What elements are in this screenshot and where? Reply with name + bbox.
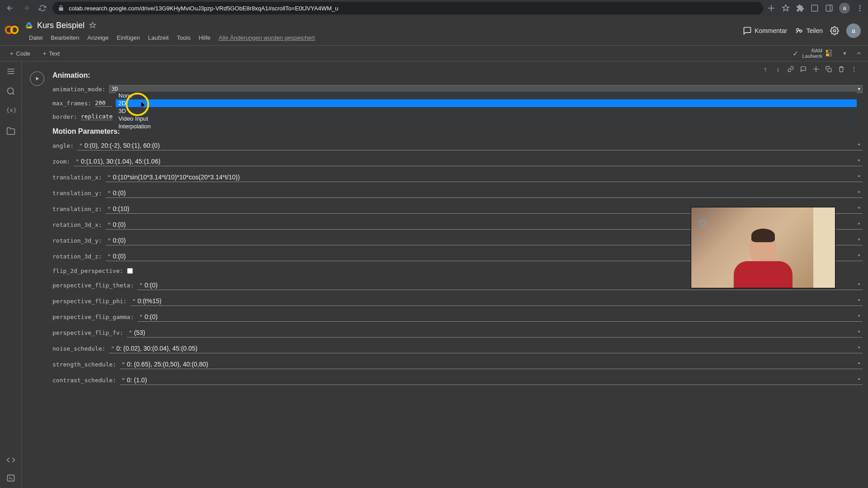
drive-icon — [25, 22, 33, 29]
collapse-icon[interactable] — [855, 50, 863, 57]
svg-point-10 — [834, 30, 836, 32]
terminal-icon[interactable] — [6, 474, 15, 483]
add-text-button[interactable]: +Text — [38, 48, 64, 59]
add-code-button[interactable]: +Code — [5, 48, 35, 59]
translate-icon[interactable] — [767, 4, 776, 13]
label-perspective-flip-phi: perspective_flip_phi: — [52, 298, 127, 305]
profile-avatar[interactable]: a — [839, 3, 850, 14]
link-icon[interactable] — [785, 63, 797, 75]
move-down-icon[interactable]: ↓ — [772, 63, 784, 75]
mirror-cell-icon[interactable] — [823, 63, 835, 75]
sidepanel-icon[interactable] — [825, 4, 834, 13]
svg-rect-1 — [826, 5, 832, 11]
code-snippets-icon[interactable] — [6, 455, 15, 465]
input-translation-y[interactable] — [113, 188, 855, 197]
menu-bearbeiten[interactable]: Bearbeiten — [47, 33, 83, 42]
input-contrast-schedule[interactable] — [127, 375, 855, 385]
document-title[interactable]: Kurs Beispiel — [37, 21, 85, 30]
delete-cell-icon[interactable] — [835, 63, 847, 75]
label-contrast-schedule: contrast_schedule: — [52, 377, 116, 384]
move-up-icon[interactable]: ↑ — [760, 63, 771, 75]
run-cell-button[interactable] — [30, 71, 44, 86]
save-status[interactable]: Alle Änderungen wurden gespeichert — [218, 34, 315, 41]
svg-point-4 — [859, 8, 861, 9]
svg-line-19 — [12, 93, 14, 95]
input-perspective-flip-fv[interactable] — [134, 328, 855, 337]
animation-mode-dropdown[interactable]: None 2D 3D Video Input Interpolation — [116, 92, 857, 130]
dropdown-option-3d[interactable]: 3D — [116, 107, 857, 115]
settings-icon[interactable] — [830, 26, 839, 35]
input-strength-schedule[interactable] — [127, 360, 855, 369]
input-perspective-flip-gamma[interactable] — [145, 312, 855, 321]
lock-icon — [58, 5, 64, 11]
dropdown-option-none[interactable]: None — [116, 92, 857, 99]
toc-icon[interactable] — [6, 67, 15, 76]
files-icon[interactable] — [6, 127, 15, 136]
webcam-overlay — [691, 207, 835, 288]
label-perspective-flip-theta: perspective_flip_theta: — [52, 282, 134, 289]
notebook-toolbar: +Code +Text ✓ RAM Laufwerk ▼ — [0, 45, 868, 61]
section-animation-title: Animation: — [52, 71, 863, 80]
user-avatar[interactable]: a — [846, 23, 861, 38]
star-document-icon[interactable] — [89, 22, 96, 29]
star-icon[interactable] — [781, 4, 790, 13]
label-animation-mode: animation_mode: — [52, 86, 105, 93]
input-angle[interactable] — [85, 141, 855, 150]
input-translation-x[interactable] — [113, 173, 855, 182]
dropdown-option-interpolation[interactable]: Interpolation — [116, 122, 857, 130]
browser-extensions: a — [767, 3, 864, 14]
left-sidebar: {x} — [0, 61, 22, 488]
menu-einfuegen[interactable]: Einfügen — [113, 33, 143, 42]
label-rotation-3d-x: rotation_3d_x: — [52, 221, 102, 228]
share-button[interactable]: Teilen — [794, 26, 823, 35]
url-text: colab.research.google.com/drive/13G9KHyM… — [69, 5, 758, 12]
label-translation-y: translation_y: — [52, 190, 102, 197]
connection-dropdown-icon[interactable]: ▼ — [842, 51, 847, 56]
forward-button[interactable] — [20, 2, 33, 14]
svg-rect-14 — [826, 54, 829, 56]
svg-rect-23 — [828, 68, 831, 72]
label-rotation-3d-z: rotation_3d_z: — [52, 253, 102, 260]
svg-rect-0 — [811, 5, 818, 11]
menu-hilfe[interactable]: Hilfe — [195, 33, 214, 42]
colab-header: Kurs Beispiel Datei Bearbeiten Anzeige E… — [0, 16, 868, 45]
menu-bar: Datei Bearbeiten Anzeige Einfügen Laufze… — [25, 32, 737, 43]
dropdown-option-video-input[interactable]: Video Input — [116, 115, 857, 122]
label-border: border: — [52, 113, 77, 120]
variables-icon[interactable]: {x} — [6, 107, 15, 116]
account-icon[interactable] — [810, 4, 819, 13]
menu-anzeige[interactable]: Anzeige — [84, 33, 112, 42]
input-zoom[interactable] — [81, 157, 855, 166]
menu-laufzeit[interactable]: Laufzeit — [145, 33, 173, 42]
select-border[interactable] — [81, 113, 113, 120]
svg-point-3 — [859, 5, 861, 6]
extensions-icon[interactable] — [796, 4, 805, 13]
svg-rect-20 — [7, 475, 14, 481]
more-cell-icon[interactable]: ⋮ — [848, 63, 860, 75]
resource-bars-icon — [826, 49, 839, 57]
search-icon[interactable] — [6, 87, 15, 96]
menu-tools[interactable]: Tools — [173, 33, 194, 42]
chevron-down-icon: ▼ — [858, 87, 860, 91]
reload-button[interactable] — [36, 2, 49, 14]
checkbox-flip-2d-perspective[interactable] — [127, 268, 133, 274]
input-perspective-flip-phi[interactable] — [137, 296, 855, 305]
label-translation-x: translation_x: — [52, 174, 102, 181]
colab-logo-icon[interactable] — [4, 22, 20, 38]
menu-icon[interactable] — [855, 4, 864, 13]
back-button[interactable] — [4, 2, 16, 14]
menu-datei[interactable]: Datei — [25, 33, 46, 42]
dropdown-option-2d[interactable]: 2D — [116, 99, 857, 107]
settings-cell-icon[interactable] — [810, 63, 822, 75]
comment-button[interactable]: Kommentar — [743, 26, 787, 35]
svg-point-18 — [7, 88, 13, 94]
label-zoom: zoom: — [52, 158, 70, 165]
address-bar[interactable]: colab.research.google.com/drive/13G9KHyM… — [52, 2, 763, 14]
connection-status[interactable]: ✓ RAM Laufwerk ▼ — [793, 48, 847, 59]
label-rotation-3d-y: rotation_3d_y: — [52, 237, 102, 244]
cursor-icon — [141, 101, 147, 109]
input-noise-schedule[interactable] — [116, 344, 855, 353]
input-max-frames[interactable] — [95, 99, 112, 107]
label-angle: angle: — [52, 142, 74, 149]
comment-cell-icon[interactable] — [797, 63, 809, 75]
